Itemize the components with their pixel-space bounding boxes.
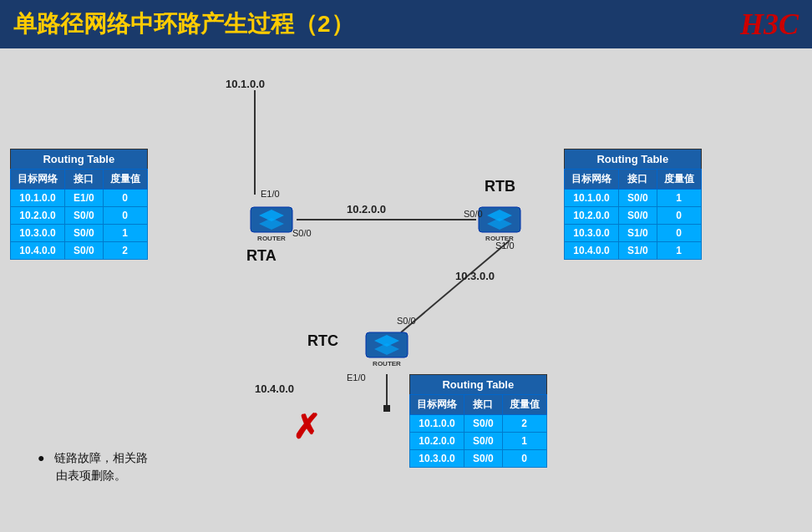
rta-table-title: Routing Table — [11, 149, 148, 170]
rta-label: RTA — [246, 247, 277, 265]
network-label-4: 10.4.0.0 — [255, 383, 294, 395]
bullet-description: ● 链路故障，相关路 由表项删除。 — [38, 449, 148, 484]
rta-r3-metric: 1 — [103, 225, 147, 242]
rtb-label: RTB — [485, 178, 515, 195]
rtc-e1-port: E1/0 — [347, 372, 366, 383]
rtb-col-dest: 目标网络 — [565, 170, 619, 190]
rtb-col-port: 接口 — [619, 170, 657, 190]
rta-col-port: 接口 — [65, 170, 104, 190]
rtc-row-2: 10.2.0.0 S0/0 1 — [410, 433, 547, 450]
rtc-r1-metric: 2 — [502, 415, 546, 433]
network-label-2: 10.2.0.0 — [347, 203, 386, 215]
rtb-row-3: 10.3.0.0 S1/0 0 — [565, 225, 702, 242]
svg-line-2 — [401, 241, 510, 332]
rta-col-dest: 目标网络 — [11, 170, 65, 190]
rta-row-2: 10.2.0.0 S0/0 0 — [11, 207, 148, 225]
rtc-col-metric: 度量值 — [502, 395, 546, 415]
rta-col-metric: 度量值 — [103, 170, 147, 190]
rtb-r4-metric: 1 — [657, 242, 701, 260]
rta-r2-dest: 10.2.0.0 — [11, 207, 65, 225]
rtb-r2-dest: 10.2.0.0 — [565, 207, 619, 225]
e1-endpoint-square — [383, 405, 390, 412]
rtc-r1-port: S0/0 — [464, 415, 503, 433]
rtc-label: RTC — [307, 332, 338, 350]
rta-e1-port: E1/0 — [261, 189, 280, 199]
rtc-r2-port: S0/0 — [464, 433, 503, 450]
broken-link-x: ✗ — [292, 408, 321, 446]
bullet-line2: 由表项删除。 — [56, 469, 126, 482]
svg-text:ROUTER: ROUTER — [373, 360, 401, 367]
bullet-line1: 链路故障，相关路 — [54, 451, 148, 464]
rtc-row-1: 10.1.0.0 S0/0 2 — [410, 415, 547, 433]
rtb-col-metric: 度量值 — [657, 170, 701, 190]
rta-routing-table: Routing Table 目标网络 接口 度量值 10.1.0.0 E1/0 … — [10, 149, 148, 260]
rtb-s0-port: S0/0 — [464, 209, 483, 219]
rtb-r2-metric: 0 — [657, 207, 701, 225]
rta-r1-port: E1/0 — [65, 190, 104, 207]
network-label-3: 10.3.0.0 — [455, 270, 495, 282]
rtc-col-port: 接口 — [464, 395, 503, 415]
rtc-r2-dest: 10.2.0.0 — [410, 433, 464, 450]
rtb-r1-metric: 1 — [657, 190, 701, 207]
rta-r4-port: S0/0 — [65, 242, 104, 260]
rta-s0-port: S0/0 — [292, 228, 312, 238]
rtb-r1-port: S0/0 — [619, 190, 657, 207]
rtb-r1-dest: 10.1.0.0 — [565, 190, 619, 207]
rtb-router: ROUTER — [475, 195, 525, 245]
rtc-col-dest: 目标网络 — [410, 395, 464, 415]
rtb-table-title: Routing Table — [565, 149, 702, 170]
rta-row-4: 10.4.0.0 S0/0 2 — [11, 242, 148, 260]
h3c-logo: H3C — [740, 7, 799, 42]
content-area: ROUTER ROUTER ROUTER 10.1.0.0 10.2.0.0 1… — [0, 48, 812, 532]
rtc-r1-dest: 10.1.0.0 — [410, 415, 464, 433]
rta-r2-metric: 0 — [103, 207, 147, 225]
rtb-r3-metric: 0 — [657, 225, 701, 242]
rtc-r3-metric: 0 — [502, 450, 546, 468]
rta-r4-metric: 2 — [103, 242, 147, 260]
rta-row-1: 10.1.0.0 E1/0 0 — [11, 190, 148, 207]
rtc-r3-dest: 10.3.0.0 — [410, 450, 464, 468]
page-title: 单路径网络中环路产生过程（2） — [13, 8, 354, 40]
rtb-row-4: 10.4.0.0 S1/0 1 — [565, 242, 702, 260]
rta-r2-port: S0/0 — [65, 207, 104, 225]
rtb-r3-dest: 10.3.0.0 — [565, 225, 619, 242]
rtb-routing-table: Routing Table 目标网络 接口 度量值 10.1.0.0 S0/0 … — [564, 149, 702, 260]
rtc-r2-metric: 1 — [502, 433, 546, 450]
rta-router: ROUTER — [246, 195, 297, 245]
rtb-row-1: 10.1.0.0 S0/0 1 — [565, 190, 702, 207]
rtc-table-title: Routing Table — [410, 375, 547, 395]
rtc-routing-table: Routing Table 目标网络 接口 度量值 10.1.0.0 S0/0 … — [409, 374, 547, 468]
bullet-icon: ● — [38, 451, 44, 464]
header: 单路径网络中环路产生过程（2） H3C — [0, 0, 812, 48]
rta-r4-dest: 10.4.0.0 — [11, 242, 65, 260]
rtc-row-3: 10.3.0.0 S0/0 0 — [410, 450, 547, 468]
network-label-1: 10.1.0.0 — [226, 78, 265, 90]
rta-r1-metric: 0 — [103, 190, 147, 207]
rta-r3-dest: 10.3.0.0 — [11, 225, 65, 242]
rtc-r3-port: S0/0 — [464, 450, 503, 468]
rtb-r4-dest: 10.4.0.0 — [565, 242, 619, 260]
rtb-row-2: 10.2.0.0 S0/0 0 — [565, 207, 702, 225]
rtb-r2-port: S0/0 — [619, 207, 657, 225]
rtb-r3-port: S1/0 — [619, 225, 657, 242]
rtb-r4-port: S1/0 — [619, 242, 657, 260]
rtc-s0-port: S0/0 — [397, 316, 416, 326]
rta-r1-dest: 10.1.0.0 — [11, 190, 65, 207]
rta-r3-port: S0/0 — [65, 225, 104, 242]
rtc-router: ROUTER — [362, 320, 412, 370]
svg-text:ROUTER: ROUTER — [257, 235, 286, 242]
rta-row-3: 10.3.0.0 S0/0 1 — [11, 225, 148, 242]
rtb-s1-port: S1/0 — [495, 241, 515, 251]
